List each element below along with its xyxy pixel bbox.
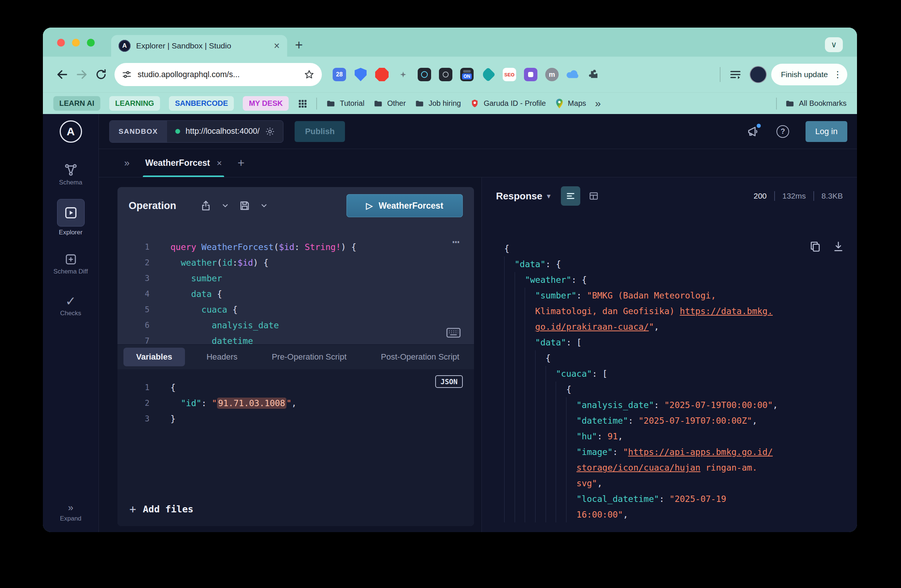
chevron-down-icon[interactable] (221, 202, 229, 210)
line-number: 2 (117, 399, 150, 408)
tab-variables[interactable]: Variables (123, 348, 185, 366)
browser-menu-kebab-icon[interactable]: ⋮ (833, 69, 842, 80)
sidebar-expand[interactable]: » Expand (60, 502, 82, 532)
indent-guide (504, 429, 514, 444)
new-document-tab-button[interactable]: + (238, 156, 245, 170)
code-line: "datetime": "2025-07-19T07:00:00Z", (504, 413, 843, 429)
apps-grid-icon[interactable] (298, 99, 307, 109)
indent-guide (504, 381, 514, 397)
response-link[interactable]: https://api-apps.bmkg.go.id/ (628, 447, 773, 457)
bookmark-learning[interactable]: LEARNING (109, 96, 160, 110)
bookmark-my-desk[interactable]: MY DESK (243, 96, 288, 110)
tab-search-chevron-icon[interactable]: ∨ (825, 37, 843, 52)
save-icon[interactable] (239, 200, 250, 211)
code-line: 5 cuaca { (117, 302, 474, 317)
finish-update-button[interactable]: Finish update ⋮ (771, 64, 847, 86)
close-window-button[interactable] (57, 39, 65, 47)
indent-guide (514, 429, 525, 444)
extension-screenshot[interactable] (438, 67, 454, 82)
tab-close-icon[interactable]: × (274, 41, 280, 51)
variables-editor[interactable]: JSON + Add files 1{2 "id": "91.71.03.100… (117, 369, 474, 526)
media-controls-button[interactable] (726, 65, 745, 84)
endpoint-input[interactable]: http://localhost:4000/ (167, 127, 283, 136)
extension-sparkle[interactable] (395, 67, 411, 82)
profile-avatar[interactable] (750, 66, 767, 83)
announcements-button[interactable] (746, 124, 760, 138)
back-button[interactable] (53, 65, 72, 84)
table-view-toggle[interactable] (584, 186, 603, 206)
endpoint-url: http://localhost:4000/ (186, 127, 260, 136)
response-link[interactable]: storage/icon/cuaca/hujan (577, 463, 700, 473)
bookmark-label: Other (387, 99, 406, 108)
gear-icon[interactable] (265, 127, 275, 136)
line-number: 1 (117, 243, 150, 252)
zoom-window-button[interactable] (87, 39, 95, 47)
extension-purple[interactable] (523, 67, 538, 82)
extension-seo[interactable]: SEO (502, 67, 517, 82)
document-tab-weatherforcest[interactable]: WeatherForcest × (143, 149, 224, 177)
extension-shield[interactable] (353, 67, 368, 82)
response-body[interactable]: {"data": {"weather": {"sumber": "BMKG (B… (482, 208, 857, 532)
extension-m[interactable]: m (544, 67, 560, 82)
chevron-down-icon[interactable]: ▾ (547, 191, 550, 201)
response-link[interactable]: https://data.bmkg. (680, 306, 773, 316)
indent-guide (514, 303, 525, 319)
bookmark-garuda-id[interactable]: Garuda ID - Profile (470, 99, 546, 109)
add-files-button[interactable]: + Add files (117, 492, 206, 526)
sidebar-item-checks[interactable]: ✓ Checks (60, 295, 81, 317)
bookmark-folder-job-hiring[interactable]: Job hiring (415, 99, 461, 109)
forward-button[interactable] (72, 65, 91, 84)
tab-post-operation-script[interactable]: Post-Operation Script (368, 348, 472, 366)
code-token: } (170, 414, 176, 424)
operation-editor[interactable]: ⋯ 1query WeatherForcest($id: String!) {2… (117, 224, 474, 344)
tab-pre-operation-script[interactable]: Pre-Operation Script (259, 348, 360, 366)
copy-icon[interactable] (809, 241, 821, 253)
extension-on-badge[interactable]: ON (459, 67, 475, 82)
chevron-down-icon[interactable] (260, 202, 268, 210)
help-button[interactable]: ? (776, 124, 790, 138)
download-icon[interactable] (832, 241, 844, 253)
plus-icon: + (129, 502, 136, 516)
extension-badge-28[interactable]: 28 (332, 67, 347, 82)
extension-devtools[interactable] (416, 67, 432, 82)
new-tab-button[interactable]: + (295, 37, 303, 53)
indent-guide (556, 460, 566, 476)
bookmark-sanbercode[interactable]: SANBERCODE (169, 96, 234, 110)
keyboard-shortcuts-icon[interactable] (446, 327, 461, 338)
bookmark-star-icon[interactable] (304, 69, 314, 80)
editor-more-icon[interactable]: ⋯ (452, 235, 461, 249)
code-token: : (294, 242, 305, 252)
indent-guide (525, 413, 535, 429)
sidebar-item-schema[interactable]: Schema (59, 163, 82, 186)
code-token: { (566, 384, 571, 394)
extension-cloud[interactable] (565, 67, 581, 82)
response-link[interactable]: go.id/prakiraan-cuaca/ (535, 322, 649, 331)
raw-view-toggle[interactable] (561, 186, 580, 206)
document-tab-close-icon[interactable]: × (217, 158, 222, 168)
address-bar[interactable]: studio.apollographql.com/s... (114, 63, 322, 86)
tab-headers[interactable]: Headers (194, 348, 250, 366)
sidebar-label: Checks (60, 310, 81, 317)
sidebar-item-explorer[interactable]: Explorer (57, 199, 85, 236)
code-line: { (504, 381, 843, 397)
all-bookmarks[interactable]: All Bookmarks (785, 99, 846, 109)
extension-tag[interactable] (480, 67, 496, 82)
collapse-panel-chevrons-icon[interactable]: » (124, 157, 129, 169)
apollo-logo[interactable]: A (60, 120, 82, 143)
bookmark-maps[interactable]: Maps (555, 98, 586, 109)
login-button[interactable]: Log in (806, 121, 847, 142)
extension-adblock[interactable] (374, 67, 390, 82)
browser-tab[interactable]: A Explorer | Sandbox | Studio × (111, 35, 287, 57)
sidebar-item-schema-diff[interactable]: Schema Diff (53, 253, 89, 275)
bookmarks-overflow-icon[interactable]: » (595, 98, 601, 110)
share-icon[interactable] (200, 200, 212, 211)
publish-button[interactable]: Publish (295, 121, 345, 142)
bookmark-folder-tutorial[interactable]: Tutorial (326, 99, 364, 109)
code-token: { (504, 244, 510, 254)
bookmark-folder-other[interactable]: Other (373, 99, 406, 109)
extensions-menu[interactable] (587, 67, 602, 82)
minimize-window-button[interactable] (72, 39, 80, 47)
reload-button[interactable] (91, 65, 111, 84)
bookmark-learn-ai[interactable]: LEARN AI (53, 96, 100, 110)
run-operation-button[interactable]: ▷ WeatherForcest (346, 194, 463, 217)
